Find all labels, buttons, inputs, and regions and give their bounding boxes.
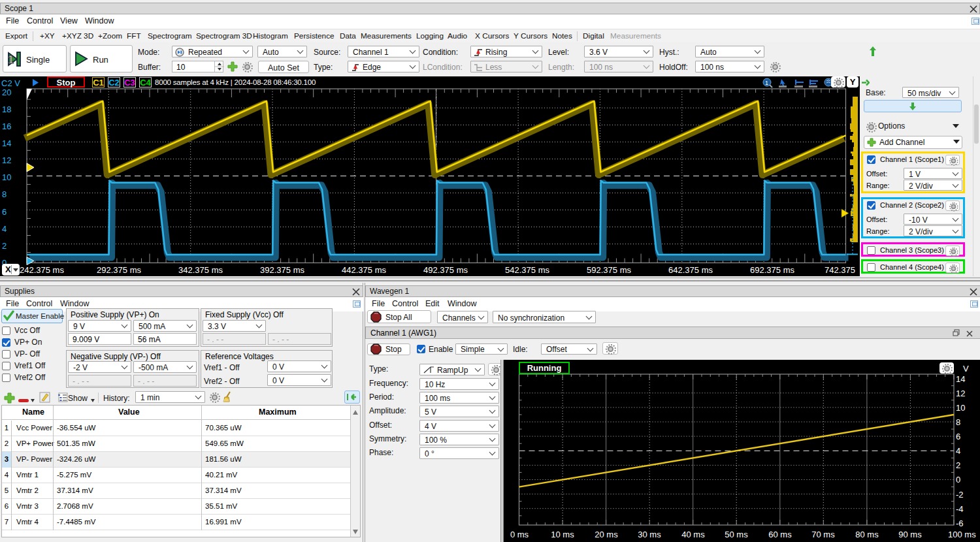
svg-text:1: 1 <box>8 54 14 65</box>
